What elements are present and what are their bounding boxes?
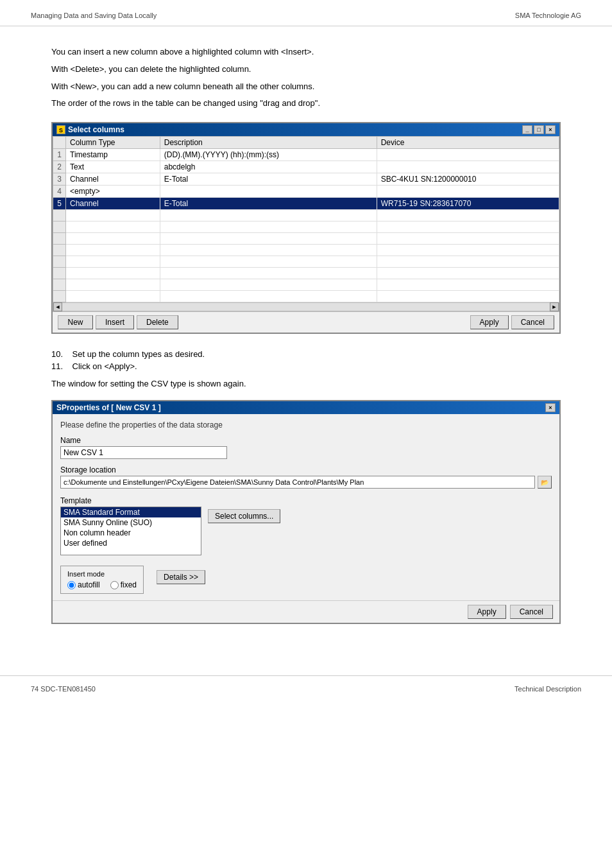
steps-section: 10. Set up the column types as desired. … (51, 349, 561, 371)
template-item-sma-standard[interactable]: SMA Standard Format (61, 507, 201, 517)
insert-mode-label: Insert mode (67, 570, 137, 578)
intro-line-4: The order of the rows in the table can b… (51, 97, 561, 110)
select-columns-window: S Select columns _ □ × Column Type Descr… (51, 122, 561, 334)
scroll-right-btn[interactable]: ► (550, 302, 559, 311)
select-columns-button[interactable]: Select columns... (208, 509, 280, 523)
empty-row (53, 268, 559, 279)
details-button[interactable]: Details >> (157, 570, 205, 584)
empty-row (53, 233, 559, 245)
table-header: Column Type Description Device (53, 137, 559, 149)
storage-label: Storage location (60, 465, 552, 474)
table-body: 1 Timestamp (DD).(MM).(YYYY) (hh):(mm):(… (53, 149, 559, 302)
row-1-desc: (DD).(MM).(YYYY) (hh):(mm):(ss) (160, 149, 377, 161)
new-button[interactable]: New (58, 315, 93, 329)
name-label: Name (60, 436, 552, 445)
page-content: You can insert a new column above a high… (0, 26, 612, 656)
step-10-text: Set up the column types as desired. (72, 349, 205, 359)
properties-footer: Apply Cancel (53, 600, 559, 623)
select-columns-title: Select columns (68, 125, 124, 134)
properties-title-bar: S Properties of [ New CSV 1 ] × (53, 401, 559, 414)
col-header-num (53, 137, 66, 149)
page-header: Managing Data and Saving Data Locally SM… (0, 0, 612, 26)
row-3-device: SBC-4KU1 SN:1200000010 (377, 173, 559, 186)
storage-path-row: 📂 (60, 476, 552, 489)
insert-button[interactable]: Insert (96, 315, 134, 329)
delete-button[interactable]: Delete (137, 315, 178, 329)
window-body: Column Type Description Device 1 Timesta… (53, 136, 559, 311)
row-4-type: <empty> (66, 186, 160, 198)
table-scroll-area: Column Type Description Device 1 Timesta… (53, 136, 559, 302)
row-5-desc: E-Total (160, 198, 377, 210)
properties-body: Please define the properties of the data… (53, 414, 559, 600)
footer-left: 74 SDC-TEN081450 (31, 685, 96, 693)
name-input[interactable] (60, 446, 227, 459)
step-11: 11. Click on <Apply>. (51, 361, 561, 371)
template-list[interactable]: SMA Standard Format SMA Sunny Online (SU… (60, 507, 201, 555)
row-3-desc: E-Total (160, 173, 377, 186)
radio-fixed-item[interactable]: fixed (110, 580, 137, 589)
properties-subtitle: Please define the properties of the data… (60, 421, 552, 430)
empty-row (53, 291, 559, 302)
empty-row (53, 210, 559, 221)
properties-window: S Properties of [ New CSV 1 ] × Please d… (51, 400, 561, 624)
template-item-sma-sunny[interactable]: SMA Sunny Online (SUO) (61, 517, 201, 528)
browse-button[interactable]: 📂 (538, 476, 552, 489)
maximize-btn[interactable]: □ (534, 125, 544, 134)
empty-row (53, 256, 559, 268)
window-footer: New Insert Delete Apply Cancel (53, 311, 559, 333)
table-row-selected[interactable]: 5 Channel E-Total WR715-19 SN:283617070 (53, 198, 559, 210)
col-header-desc: Description (160, 137, 377, 149)
table-row[interactable]: 4 <empty> (53, 186, 559, 198)
row-1-type: Timestamp (66, 149, 160, 161)
empty-row (53, 221, 559, 233)
page-footer: 74 SDC-TEN081450 Technical Description (0, 675, 612, 702)
template-item-user-defined[interactable]: User defined (61, 538, 201, 548)
template-section: SMA Standard Format SMA Sunny Online (SU… (60, 507, 552, 555)
apply-button[interactable]: Apply (470, 315, 509, 329)
close-btn[interactable]: × (545, 125, 556, 134)
props-cancel-button[interactable]: Cancel (510, 605, 553, 619)
radio-autofill-label: autofill (78, 580, 100, 589)
step-10-num: 10. (51, 349, 63, 359)
row-3-num: 3 (53, 173, 66, 186)
props-apply-button[interactable]: Apply (468, 605, 506, 619)
props-close-btn[interactable]: × (545, 403, 556, 412)
row-2-num: 2 (53, 161, 66, 173)
row-1-device (377, 149, 559, 161)
window-controls[interactable]: _ □ × (522, 125, 556, 134)
scroll-left-btn[interactable]: ◄ (53, 302, 62, 311)
properties-title: Properties of [ New CSV 1 ] (62, 403, 161, 412)
row-2-desc: abcdelgh (160, 161, 377, 173)
storage-path-input[interactable] (60, 476, 535, 489)
props-window-icon: S (56, 403, 62, 412)
props-close-icon[interactable]: × (545, 403, 556, 412)
row-1-num: 1 (53, 149, 66, 161)
template-item-non-column[interactable]: Non column header (61, 528, 201, 538)
col-header-type: Column Type (66, 137, 160, 149)
row-4-num: 4 (53, 186, 66, 198)
template-label: Template (60, 496, 552, 505)
table-row[interactable]: 1 Timestamp (DD).(MM).(YYYY) (hh):(mm):(… (53, 149, 559, 161)
col-header-device: Device (377, 137, 559, 149)
footer-left-buttons: New Insert Delete (58, 315, 178, 329)
step-11-text: Click on <Apply>. (72, 361, 137, 371)
cancel-button[interactable]: Cancel (511, 315, 554, 329)
empty-row (53, 279, 559, 291)
row-2-type: Text (66, 161, 160, 173)
h-scrollbar[interactable]: ◄ ► (53, 302, 559, 311)
row-5-num: 5 (53, 198, 66, 210)
scrollbar-track[interactable] (64, 304, 548, 310)
insert-mode-box: Insert mode autofill fixed (60, 566, 144, 594)
row-3-type: Channel (66, 173, 160, 186)
table-row[interactable]: 3 Channel E-Total SBC-4KU1 SN:1200000010 (53, 173, 559, 186)
columns-table: Column Type Description Device 1 Timesta… (53, 136, 559, 302)
radio-autofill[interactable] (67, 581, 76, 589)
table-row[interactable]: 2 Text abcdelgh (53, 161, 559, 173)
minimize-btn[interactable]: _ (522, 125, 532, 134)
radio-fixed[interactable] (110, 581, 119, 589)
radio-autofill-item[interactable]: autofill (67, 580, 100, 589)
header-left: Managing Data and Saving Data Locally (31, 12, 157, 19)
insert-mode-row: Insert mode autofill fixed Details >> (60, 560, 552, 594)
step-description: The window for setting the CSV type is s… (51, 379, 561, 388)
radio-fixed-label: fixed (121, 580, 137, 589)
